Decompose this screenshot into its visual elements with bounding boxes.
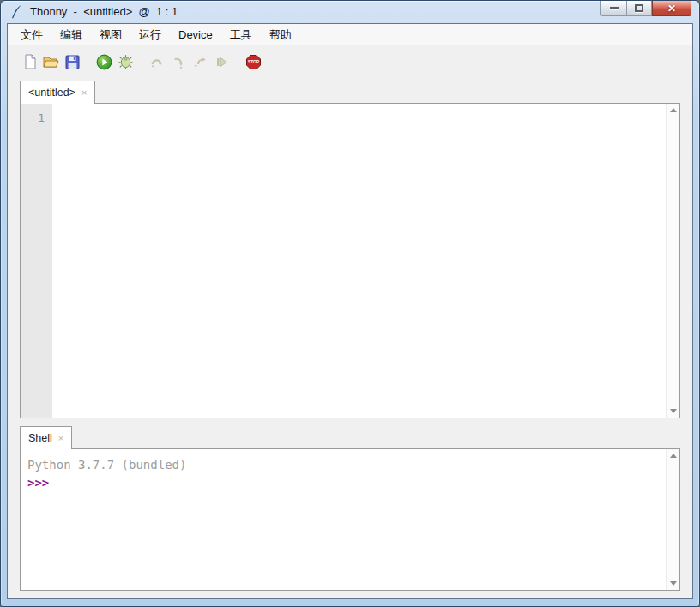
menu-tools[interactable]: 工具 [221, 24, 261, 46]
scroll-up-icon[interactable] [670, 454, 677, 458]
scroll-up-icon[interactable] [670, 108, 677, 112]
editor-panel: 1 [20, 103, 680, 418]
window-title: Thonny - <untitled> @ 1 : 1 [30, 5, 178, 18]
step-into-button [168, 51, 190, 73]
step-out-button [190, 51, 211, 73]
shell-tab-label: Shell [28, 432, 52, 444]
minimize-button[interactable] [600, 1, 626, 16]
shell-output-line: Python 3.7.7 (bundled) [27, 456, 666, 474]
menu-edit[interactable]: 编辑 [51, 24, 91, 46]
new-file-button[interactable] [19, 51, 40, 73]
step-into-icon [171, 54, 187, 70]
close-icon: ✕ [667, 3, 676, 15]
save-floppy-icon [65, 55, 80, 69]
debug-bug-icon [118, 54, 134, 70]
editor-scrollbar[interactable] [666, 104, 679, 418]
menu-file[interactable]: 文件 [12, 24, 51, 46]
titlebar[interactable]: Thonny - <untitled> @ 1 : 1 ✕ [1, 1, 699, 23]
close-button[interactable]: ✕ [652, 1, 691, 16]
resume-button [211, 51, 232, 73]
step-out-icon [192, 54, 208, 70]
svg-text:STOP: STOP [248, 60, 260, 64]
editor-tab-close-icon[interactable]: × [81, 88, 87, 98]
run-button[interactable] [94, 51, 115, 73]
shell-panel: Python 3.7.7 (bundled) >>> [20, 448, 680, 591]
toolbar: STOP [8, 45, 692, 78]
debug-button[interactable] [115, 51, 136, 73]
step-over-button [147, 51, 168, 73]
shell-text-area[interactable]: Python 3.7.7 (bundled) >>> [21, 449, 666, 590]
shell-prompt: >>> [27, 474, 666, 492]
maximize-button[interactable] [626, 1, 652, 16]
shell-tab-bar: Shell × [20, 426, 72, 449]
shell-tab-close-icon[interactable]: × [58, 434, 63, 443]
editor-gutter: 1 [21, 104, 52, 418]
tab-shell[interactable]: Shell × [20, 426, 72, 449]
maximize-icon [635, 4, 643, 12]
scroll-down-icon[interactable] [670, 581, 677, 586]
menubar: 文件 编辑 视图 运行 Device 工具 帮助 [8, 24, 692, 45]
thonny-logo-icon [10, 4, 23, 19]
save-file-button[interactable] [62, 51, 83, 73]
editor-tab-bar: <untitled> × [20, 81, 95, 104]
minimize-icon [610, 7, 619, 9]
menu-view[interactable]: 视图 [91, 24, 130, 46]
menu-help[interactable]: 帮助 [261, 24, 300, 46]
scroll-down-icon[interactable] [670, 409, 677, 413]
new-file-icon [22, 54, 38, 69]
tab-untitled[interactable]: <untitled> × [20, 81, 95, 104]
open-file-button[interactable] [40, 51, 62, 73]
window-controls: ✕ [600, 1, 691, 16]
editor-text-area[interactable] [52, 104, 666, 418]
menu-run[interactable]: 运行 [130, 24, 170, 46]
line-number: 1 [38, 111, 45, 124]
stop-sign-icon: STOP [245, 54, 262, 70]
shell-scrollbar[interactable] [666, 449, 679, 590]
run-play-icon [96, 54, 112, 70]
step-over-icon [149, 54, 166, 70]
editor-tab-label: <untitled> [28, 87, 75, 99]
thonny-window: Thonny - <untitled> @ 1 : 1 ✕ 文件 编辑 视图 运… [0, 0, 700, 607]
menu-device[interactable]: Device [170, 25, 221, 45]
open-folder-icon [43, 54, 59, 69]
stop-button[interactable]: STOP [243, 51, 264, 73]
window-body: 文件 编辑 视图 运行 Device 工具 帮助 [7, 23, 693, 599]
resume-icon [214, 54, 230, 70]
